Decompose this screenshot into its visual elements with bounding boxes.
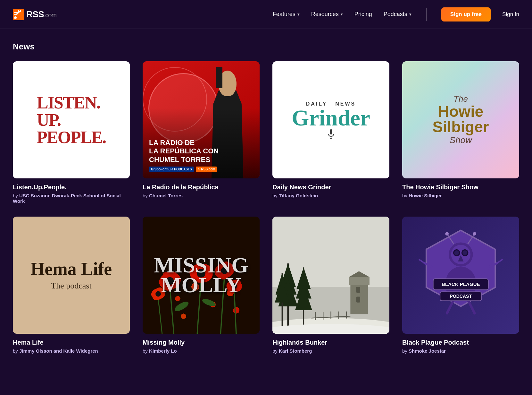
radio-overlay: LA RADIO DELA REPÚBLICA CONCHUMEL TORRES…: [143, 61, 260, 178]
podcast-card-grinder[interactable]: DAILY NEWS Grinder Daily News Grinder by…: [272, 61, 389, 204]
podcast-author: by Karl Stomberg: [272, 348, 389, 354]
podcast-author: by Jimmy Olsson and Kalle Widegren: [13, 348, 130, 354]
podcast-card-howie[interactable]: The HowieSilbiger Show The Howie Silbige…: [402, 61, 519, 204]
rss-badge: ∿ RSS.com: [196, 167, 217, 172]
highlands-svg: [272, 217, 389, 334]
podcast-author: by Tiffany Goldstein: [272, 193, 389, 198]
microphone-icon: [328, 129, 334, 139]
podcast-card-hema-life[interactable]: Hema Life The podcast Hema Life by Jimmy…: [13, 217, 130, 354]
logo[interactable]: RSS.com: [13, 9, 56, 20]
podcast-thumbnail-listen-up: LISTEN.UP.PEOPLE.: [13, 61, 130, 178]
chevron-down-icon: ▾: [409, 12, 411, 17]
svg-point-52: [272, 324, 389, 334]
logo-text: RSS.com: [26, 9, 56, 20]
nav-divider: [426, 8, 427, 21]
howie-text: The HowieSilbiger Show: [432, 94, 489, 146]
nav-features[interactable]: Features ▾: [273, 11, 300, 18]
svg-rect-45: [356, 296, 360, 302]
svg-line-68: [419, 260, 424, 263]
podcast-grid: LISTEN.UP.PEOPLE. Listen.Up.People. by U…: [13, 61, 519, 354]
main-nav: Features ▾ Resources ▾ Pricing Podcasts …: [273, 7, 519, 21]
svg-rect-42: [349, 277, 369, 285]
podcast-card-highlands[interactable]: Highlands Bunker by Karl Stomberg: [272, 217, 389, 354]
svg-text:BLACK PLAGUE: BLACK PLAGUE: [442, 281, 480, 287]
grupo-badge: GrupoFórmula PODCASTS: [149, 167, 194, 172]
podcast-author: by Shmoke Joestar: [402, 348, 519, 354]
podcast-name: The Howie Silbiger Show: [402, 184, 519, 191]
site-header: RSS.com Features ▾ Resources ▾ Pricing P…: [0, 0, 532, 29]
podcast-name: La Radio de la República: [143, 184, 260, 191]
podcast-author: by USC Suzanne Dworak-Peck School of Soc…: [13, 193, 130, 204]
svg-point-62: [445, 232, 449, 236]
podcast-thumbnail-howie: The HowieSilbiger Show: [402, 61, 519, 178]
podcast-card-la-radio[interactable]: LA RADIO DELA REPÚBLICA CONCHUMEL TORRES…: [143, 61, 260, 204]
podcast-thumbnail-missing-molly: MISSINGMOLLY: [143, 217, 260, 334]
svg-line-71: [497, 260, 502, 263]
podcast-thumbnail-la-radio: LA RADIO DELA REPÚBLICA CONCHUMEL TORRES…: [143, 61, 260, 178]
podcast-name: Listen.Up.People.: [13, 184, 130, 191]
svg-line-72: [447, 299, 454, 313]
podcast-name: Black Plague Podcast: [402, 339, 519, 346]
svg-line-73: [468, 299, 475, 313]
svg-point-1: [14, 16, 17, 19]
rss-icon: [13, 9, 24, 20]
podcast-card-listen-up[interactable]: LISTEN.UP.PEOPLE. Listen.Up.People. by U…: [13, 61, 130, 204]
podcast-name: Missing Molly: [143, 339, 260, 346]
missing-molly-title-text: MISSINGMOLLY: [154, 255, 248, 295]
podcast-author: by Howie Silbiger: [402, 193, 519, 198]
podcast-name: Highlands Bunker: [272, 339, 389, 346]
chevron-down-icon: ▾: [297, 12, 300, 17]
podcast-author: by Chumel Torres: [143, 193, 260, 198]
chevron-down-icon: ▾: [341, 12, 343, 17]
nav-pricing[interactable]: Pricing: [354, 11, 372, 18]
section-title: News: [13, 42, 519, 52]
podcast-author: by Kimberly Lo: [143, 348, 260, 354]
podcast-card-missing-molly[interactable]: MISSINGMOLLY Missing Molly by Kimberly L…: [143, 217, 260, 354]
hema-text: Hema Life The podcast: [31, 260, 112, 291]
black-plague-svg: BLACK PLAGUE PODCAST: [412, 227, 509, 324]
nav-podcasts[interactable]: Podcasts ▾: [384, 11, 411, 18]
svg-point-64: [473, 232, 476, 236]
signin-button[interactable]: Sign In: [502, 11, 519, 18]
svg-point-58: [454, 250, 459, 255]
signup-button[interactable]: Sign up free: [441, 7, 491, 21]
radio-title-text: LA RADIO DELA REPÚBLICA CONCHUMEL TORRES: [149, 139, 219, 164]
svg-rect-44: [356, 287, 360, 293]
svg-text:PODCAST: PODCAST: [450, 293, 472, 298]
podcast-name: Hema Life: [13, 339, 130, 346]
podcast-thumbnail-black-plague: BLACK PLAGUE PODCAST: [402, 217, 519, 334]
svg-point-59: [462, 250, 467, 255]
listen-up-text: LISTEN.UP.PEOPLE.: [30, 88, 112, 152]
highlands-bg: [272, 217, 389, 334]
nav-resources[interactable]: Resources ▾: [311, 11, 343, 18]
podcast-thumbnail-hema: Hema Life The podcast: [13, 217, 130, 334]
podcast-thumbnail-grinder: DAILY NEWS Grinder: [272, 61, 389, 178]
radio-badges: GrupoFórmula PODCASTS ∿ RSS.com: [149, 167, 217, 172]
main-content: News LISTEN.UP.PEOPLE. Listen.Up.People.…: [0, 29, 532, 366]
podcast-thumbnail-highlands: [272, 217, 389, 334]
podcast-card-black-plague[interactable]: BLACK PLAGUE PODCAST Black Plague Podcas…: [402, 217, 519, 354]
podcast-name: Daily News Grinder: [272, 184, 389, 191]
svg-rect-2: [330, 129, 332, 134]
grinder-text: DAILY NEWS Grinder: [292, 101, 370, 139]
